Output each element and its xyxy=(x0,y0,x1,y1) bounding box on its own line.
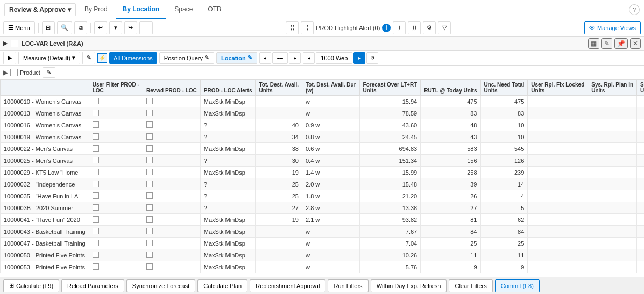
checkbox-panel[interactable] xyxy=(11,40,18,47)
row-expand-icon[interactable]: ▶ xyxy=(3,69,8,76)
table-cell[interactable] xyxy=(143,155,200,167)
nav-left-button[interactable]: ◂ xyxy=(259,52,271,64)
search-button[interactable]: 🔍 xyxy=(57,21,72,34)
chevron-down-button[interactable]: ▾ xyxy=(109,21,122,34)
table-cell[interactable]: 10000032 - "Independence xyxy=(1,178,89,190)
table-cell[interactable] xyxy=(89,249,143,261)
web-button[interactable]: 1000 Web xyxy=(316,52,352,64)
nav-right2-button[interactable]: ▸ xyxy=(353,52,365,64)
table-cell[interactable] xyxy=(89,167,143,178)
table-cell[interactable]: 10000053 - Printed Five Points xyxy=(1,261,89,273)
within-day-exp-button[interactable]: Within Day Exp. Refresh xyxy=(371,279,447,292)
table-cell[interactable] xyxy=(143,261,200,273)
table-cell[interactable] xyxy=(89,131,143,143)
table-cell[interactable]: 10000016 - Women's Canvas xyxy=(1,119,89,131)
table-cell[interactable]: 10000019 - Women's Canvas xyxy=(1,131,89,143)
table-cell[interactable] xyxy=(89,190,143,202)
location-button[interactable]: Location ✎ xyxy=(216,52,257,64)
table-cell[interactable]: 10000010 - Women's Canvas xyxy=(1,96,89,107)
table-cell[interactable]: 10000050 - Printed Five Points xyxy=(1,249,89,261)
settings-button[interactable]: ⚙ xyxy=(423,21,436,34)
table-cell[interactable] xyxy=(143,249,200,261)
help-icon[interactable]: ? xyxy=(629,4,640,15)
manage-views-button[interactable]: 👁 Manage Views xyxy=(584,21,641,34)
table-cell[interactable] xyxy=(143,107,200,119)
tab-by-prod[interactable]: By Prod xyxy=(78,0,114,19)
table-cell[interactable] xyxy=(89,143,143,155)
panel-close-icon[interactable]: ✕ xyxy=(630,38,641,49)
tab-space[interactable]: Space xyxy=(168,0,199,19)
measure-default-button[interactable]: Measure (Default) ▾ xyxy=(18,52,80,64)
commit-button[interactable]: Commit (F8) xyxy=(495,279,540,292)
table-cell[interactable] xyxy=(143,143,200,155)
expand-toggle[interactable]: ▶ xyxy=(3,40,8,47)
table-cell[interactable] xyxy=(143,202,200,214)
table-cell[interactable] xyxy=(143,96,200,107)
clear-filters-button[interactable]: Clear Filters xyxy=(449,279,492,292)
nav-last-button[interactable]: ⟩⟩ xyxy=(408,21,421,34)
table-container[interactable]: User Filter PROD -LOC Revwd PROD - LOC P… xyxy=(0,80,644,277)
table-cell[interactable] xyxy=(89,261,143,273)
nav-left2-button[interactable]: ◂ xyxy=(303,52,315,64)
tab-by-location[interactable]: By Location xyxy=(116,0,166,19)
table-cell[interactable] xyxy=(89,107,143,119)
copy-button[interactable]: ⧉ xyxy=(74,21,87,34)
dots-button[interactable]: ••• xyxy=(272,52,288,64)
reload-parameters-button[interactable]: Reload Parameters xyxy=(61,279,124,292)
table-cell[interactable] xyxy=(143,167,200,178)
table-cell[interactable] xyxy=(89,226,143,238)
tab-otb[interactable]: OTB xyxy=(201,0,228,19)
table-cell[interactable]: 10000047 - Basketball Training xyxy=(1,238,89,249)
panel-pin-icon[interactable]: 📌 xyxy=(614,38,628,49)
table-cell[interactable] xyxy=(143,214,200,226)
table-cell[interactable] xyxy=(89,214,143,226)
table-cell[interactable]: 10000022 - Men's Canvas xyxy=(1,143,89,155)
table-cell[interactable]: 10000035 - "Have Fun in LA" xyxy=(1,190,89,202)
table-cell[interactable] xyxy=(89,155,143,167)
row-checkbox[interactable] xyxy=(10,69,18,76)
calculate-button[interactable]: ⊞ Calculate (F9) xyxy=(3,279,59,292)
table-cell[interactable] xyxy=(89,178,143,190)
nav-prev-button[interactable]: ⟨ xyxy=(301,21,314,34)
nav-next-button[interactable]: ⟩ xyxy=(393,21,406,34)
table-cell[interactable] xyxy=(143,131,200,143)
product-edit-button[interactable]: ✎ xyxy=(43,67,55,78)
table-cell[interactable]: 1000003B - 2020 Summer xyxy=(1,202,89,214)
table-cell[interactable] xyxy=(89,119,143,131)
run-filters-button[interactable]: Run Filters xyxy=(328,279,368,292)
table-cell[interactable]: 10000043 - Basketball Training xyxy=(1,226,89,238)
panel-chart-icon[interactable]: ▦ xyxy=(588,38,599,49)
panel-edit-icon[interactable]: ✎ xyxy=(601,38,612,49)
table-cell[interactable]: 10000041 - "Have Fun" 2020 xyxy=(1,214,89,226)
table-cell[interactable]: 10000029 - KT5 Low "Home" xyxy=(1,167,89,178)
table-cell[interactable] xyxy=(89,96,143,107)
table-cell[interactable] xyxy=(143,178,200,190)
review-approve-button[interactable]: Review & Approve ▾ xyxy=(4,3,76,16)
nav-first-button[interactable]: ⟨⟨ xyxy=(286,21,299,34)
measure-edit-button[interactable]: ✎ xyxy=(82,52,95,64)
table-cell[interactable] xyxy=(89,238,143,249)
info-icon[interactable]: i xyxy=(382,24,391,32)
undo-button[interactable]: ↩ xyxy=(94,21,107,34)
table-cell[interactable] xyxy=(143,238,200,249)
measure-toggle[interactable]: ▶ xyxy=(3,52,16,64)
table-cell[interactable]: 10000013 - Women's Canvas xyxy=(1,107,89,119)
refresh-button[interactable]: ↺ xyxy=(366,52,378,64)
table-cell[interactable]: 10000025 - Men's Canvas xyxy=(1,155,89,167)
all-dimensions-button[interactable]: All Dimensions xyxy=(109,52,157,64)
menu-button[interactable]: ☰ Menu xyxy=(3,21,35,34)
filter-button[interactable]: ▽ xyxy=(438,21,451,34)
position-query-button[interactable]: Position Query ✎ xyxy=(159,52,214,64)
table-cell[interactable] xyxy=(143,119,200,131)
redo-button[interactable]: ↪ xyxy=(124,21,137,34)
replenishment-approval-button[interactable]: Replenishment Approval xyxy=(250,279,325,292)
calculate-plan-button[interactable]: Calculate Plan xyxy=(197,279,247,292)
table-cell[interactable] xyxy=(143,190,200,202)
nav-right-button[interactable]: ▸ xyxy=(289,52,301,64)
extra-button[interactable]: ⋯ xyxy=(139,21,153,34)
table-cell[interactable] xyxy=(143,226,200,238)
table-cell[interactable] xyxy=(89,202,143,214)
lightning-icon[interactable]: ⚡ xyxy=(97,53,107,63)
grid-view-button[interactable]: ⊞ xyxy=(42,21,55,34)
synchronize-forecast-button[interactable]: Synchronize Forecast xyxy=(126,279,195,292)
